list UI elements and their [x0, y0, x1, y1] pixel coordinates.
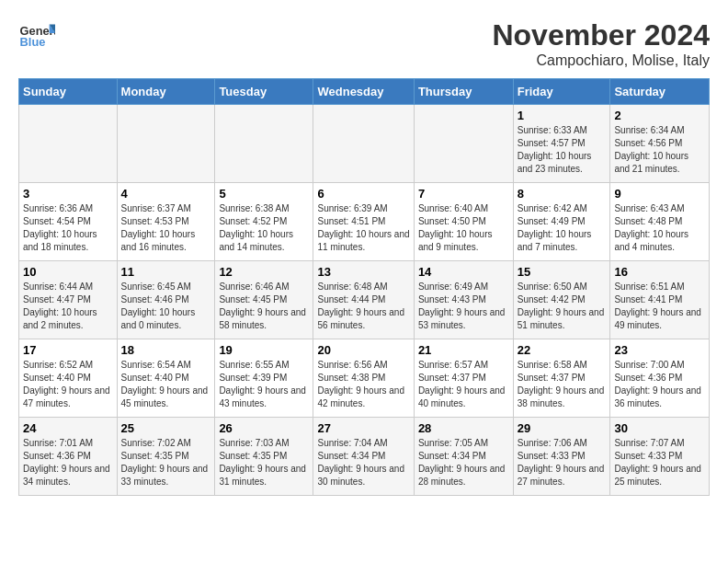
day-info: Sunrise: 6:54 AM Sunset: 4:40 PM Dayligh… [121, 359, 211, 410]
day-info: Sunrise: 7:01 AM Sunset: 4:36 PM Dayligh… [23, 437, 113, 488]
day-number: 27 [317, 421, 409, 435]
day-info: Sunrise: 7:04 AM Sunset: 4:34 PM Dayligh… [317, 437, 409, 488]
day-cell-25: 25Sunrise: 7:02 AM Sunset: 4:35 PM Dayli… [117, 418, 215, 496]
day-info: Sunrise: 6:51 AM Sunset: 4:41 PM Dayligh… [614, 281, 705, 332]
day-info: Sunrise: 6:42 AM Sunset: 4:49 PM Dayligh… [518, 202, 607, 254]
day-info: Sunrise: 6:45 AM Sunset: 4:46 PM Dayligh… [121, 281, 211, 332]
day-info: Sunrise: 6:46 AM Sunset: 4:45 PM Dayligh… [219, 281, 309, 332]
day-cell-24: 24Sunrise: 7:01 AM Sunset: 4:36 PM Dayli… [19, 418, 118, 496]
day-info: Sunrise: 6:44 AM Sunset: 4:47 PM Dayligh… [23, 281, 113, 332]
day-number: 12 [219, 265, 309, 279]
day-number: 20 [317, 343, 409, 357]
day-number: 29 [518, 421, 607, 435]
weekday-header-monday: Monday [117, 79, 215, 105]
day-cell-29: 29Sunrise: 7:06 AM Sunset: 4:33 PM Dayli… [513, 418, 610, 496]
month-title: November 2024 [492, 18, 710, 52]
day-cell-6: 6Sunrise: 6:39 AM Sunset: 4:51 PM Daylig… [313, 183, 414, 261]
day-number: 21 [418, 343, 509, 357]
day-number: 17 [23, 343, 113, 357]
day-number: 30 [614, 421, 705, 435]
day-info: Sunrise: 6:52 AM Sunset: 4:40 PM Dayligh… [23, 359, 113, 410]
weekday-header-saturday: Saturday [610, 79, 710, 105]
week-row-2: 3Sunrise: 6:36 AM Sunset: 4:54 PM Daylig… [19, 183, 710, 261]
day-number: 6 [317, 187, 409, 201]
day-cell-23: 23Sunrise: 7:00 AM Sunset: 4:36 PM Dayli… [610, 339, 710, 418]
day-number: 19 [219, 343, 309, 357]
day-number: 25 [121, 421, 211, 435]
day-cell-15: 15Sunrise: 6:50 AM Sunset: 4:42 PM Dayli… [513, 261, 610, 339]
day-cell-30: 30Sunrise: 7:07 AM Sunset: 4:33 PM Dayli… [610, 418, 710, 496]
day-cell-26: 26Sunrise: 7:03 AM Sunset: 4:35 PM Dayli… [215, 418, 313, 496]
day-number: 7 [418, 187, 509, 201]
day-info: Sunrise: 7:03 AM Sunset: 4:35 PM Dayligh… [219, 437, 309, 488]
day-cell-9: 9Sunrise: 6:43 AM Sunset: 4:48 PM Daylig… [610, 183, 710, 261]
week-row-4: 17Sunrise: 6:52 AM Sunset: 4:40 PM Dayli… [19, 339, 710, 418]
day-cell-19: 19Sunrise: 6:55 AM Sunset: 4:39 PM Dayli… [215, 339, 313, 418]
weekday-header-friday: Friday [513, 79, 610, 105]
day-number: 14 [418, 265, 509, 279]
day-info: Sunrise: 6:55 AM Sunset: 4:39 PM Dayligh… [219, 359, 309, 410]
day-info: Sunrise: 6:48 AM Sunset: 4:44 PM Dayligh… [317, 281, 409, 332]
logo: General Blue [18, 18, 55, 55]
day-info: Sunrise: 6:37 AM Sunset: 4:53 PM Dayligh… [121, 202, 211, 254]
day-number: 2 [614, 109, 705, 122]
day-info: Sunrise: 7:05 AM Sunset: 4:34 PM Dayligh… [418, 437, 509, 488]
day-cell-17: 17Sunrise: 6:52 AM Sunset: 4:40 PM Dayli… [19, 339, 118, 418]
day-number: 22 [518, 343, 607, 357]
day-info: Sunrise: 6:49 AM Sunset: 4:43 PM Dayligh… [418, 281, 509, 332]
location: Campochiaro, Molise, Italy [492, 52, 710, 69]
title-block: November 2024 Campochiaro, Molise, Italy [492, 18, 710, 69]
empty-cell [19, 105, 118, 183]
day-cell-14: 14Sunrise: 6:49 AM Sunset: 4:43 PM Dayli… [414, 261, 513, 339]
day-number: 28 [418, 421, 509, 435]
day-cell-21: 21Sunrise: 6:57 AM Sunset: 4:37 PM Dayli… [414, 339, 513, 418]
weekday-header-wednesday: Wednesday [313, 79, 414, 105]
day-cell-27: 27Sunrise: 7:04 AM Sunset: 4:34 PM Dayli… [313, 418, 414, 496]
day-info: Sunrise: 6:33 AM Sunset: 4:57 PM Dayligh… [518, 124, 607, 176]
day-info: Sunrise: 6:34 AM Sunset: 4:56 PM Dayligh… [614, 124, 705, 176]
day-number: 13 [317, 265, 409, 279]
day-info: Sunrise: 6:56 AM Sunset: 4:38 PM Dayligh… [317, 359, 409, 410]
empty-cell [313, 105, 414, 183]
day-number: 11 [121, 265, 211, 279]
day-cell-11: 11Sunrise: 6:45 AM Sunset: 4:46 PM Dayli… [117, 261, 215, 339]
day-cell-20: 20Sunrise: 6:56 AM Sunset: 4:38 PM Dayli… [313, 339, 414, 418]
day-info: Sunrise: 7:02 AM Sunset: 4:35 PM Dayligh… [121, 437, 211, 488]
calendar-table: SundayMondayTuesdayWednesdayThursdayFrid… [18, 78, 710, 496]
day-number: 3 [23, 187, 113, 201]
day-info: Sunrise: 6:40 AM Sunset: 4:50 PM Dayligh… [418, 202, 509, 254]
day-number: 18 [121, 343, 211, 357]
week-row-3: 10Sunrise: 6:44 AM Sunset: 4:47 PM Dayli… [19, 261, 710, 339]
day-cell-28: 28Sunrise: 7:05 AM Sunset: 4:34 PM Dayli… [414, 418, 513, 496]
day-number: 16 [614, 265, 705, 279]
day-cell-18: 18Sunrise: 6:54 AM Sunset: 4:40 PM Dayli… [117, 339, 215, 418]
day-cell-8: 8Sunrise: 6:42 AM Sunset: 4:49 PM Daylig… [513, 183, 610, 261]
day-number: 1 [518, 109, 607, 122]
day-info: Sunrise: 6:36 AM Sunset: 4:54 PM Dayligh… [23, 202, 113, 254]
page-header: General Blue November 2024 Campochiaro, … [18, 18, 710, 69]
logo-icon: General Blue [18, 18, 55, 55]
day-info: Sunrise: 6:39 AM Sunset: 4:51 PM Dayligh… [317, 202, 409, 254]
weekday-header-thursday: Thursday [414, 79, 513, 105]
day-cell-12: 12Sunrise: 6:46 AM Sunset: 4:45 PM Dayli… [215, 261, 313, 339]
day-number: 9 [614, 187, 705, 201]
day-number: 15 [518, 265, 607, 279]
day-cell-1: 1Sunrise: 6:33 AM Sunset: 4:57 PM Daylig… [513, 105, 610, 183]
empty-cell [414, 105, 513, 183]
day-number: 4 [121, 187, 211, 201]
day-info: Sunrise: 6:38 AM Sunset: 4:52 PM Dayligh… [219, 202, 309, 254]
weekday-header-tuesday: Tuesday [215, 79, 313, 105]
day-cell-7: 7Sunrise: 6:40 AM Sunset: 4:50 PM Daylig… [414, 183, 513, 261]
day-number: 10 [23, 265, 113, 279]
day-cell-4: 4Sunrise: 6:37 AM Sunset: 4:53 PM Daylig… [117, 183, 215, 261]
day-info: Sunrise: 7:00 AM Sunset: 4:36 PM Dayligh… [614, 359, 705, 410]
day-cell-2: 2Sunrise: 6:34 AM Sunset: 4:56 PM Daylig… [610, 105, 710, 183]
weekday-header-sunday: Sunday [19, 79, 118, 105]
week-row-1: 1Sunrise: 6:33 AM Sunset: 4:57 PM Daylig… [19, 105, 710, 183]
day-number: 24 [23, 421, 113, 435]
empty-cell [215, 105, 313, 183]
day-info: Sunrise: 6:57 AM Sunset: 4:37 PM Dayligh… [418, 359, 509, 410]
day-info: Sunrise: 7:07 AM Sunset: 4:33 PM Dayligh… [614, 437, 705, 488]
day-cell-16: 16Sunrise: 6:51 AM Sunset: 4:41 PM Dayli… [610, 261, 710, 339]
day-cell-10: 10Sunrise: 6:44 AM Sunset: 4:47 PM Dayli… [19, 261, 118, 339]
